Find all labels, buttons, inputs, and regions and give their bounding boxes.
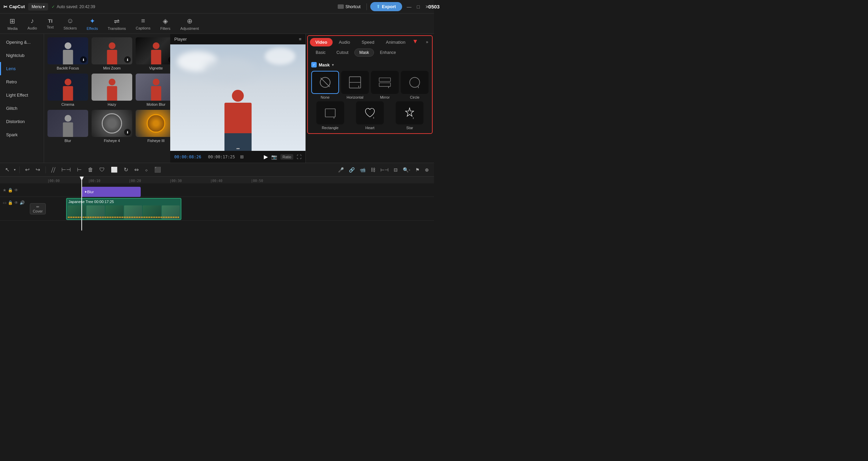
subtab-cutout[interactable]: Cutout <box>331 48 353 57</box>
more-tabs-icon[interactable]: » <box>424 38 430 46</box>
lock2-icon[interactable]: 🔒 <box>8 200 13 205</box>
effect-item-fisheye4[interactable]: ⬇ Fisheye 4 <box>92 110 132 143</box>
grid-icon[interactable]: ⊞ <box>240 154 244 159</box>
mask-item-mirror[interactable]: ⬇ Mirror <box>371 71 399 99</box>
redo-button[interactable]: ↪ <box>34 165 42 174</box>
link-button[interactable]: 🔗 <box>347 166 356 174</box>
adjustment-icon: ⊕ <box>187 17 193 25</box>
trim-right[interactable]: ⊢ <box>75 165 83 174</box>
subtab-enhance[interactable]: Enhance <box>375 48 401 57</box>
align-button[interactable]: ⊢⊣ <box>379 166 390 174</box>
effect-item-motionblur[interactable]: Motion Blur <box>136 74 170 106</box>
effect-item-fisheyeiii[interactable]: Fisheye III <box>136 110 170 143</box>
effect-item-minizoom[interactable]: ⬇ Mini Zoom <box>92 37 132 70</box>
select-tool[interactable]: ↖ <box>3 165 11 174</box>
mic-button[interactable]: 🎤 <box>336 166 346 174</box>
ratio-button[interactable]: Ratio <box>280 154 293 160</box>
effect-item-backlit[interactable]: ⬇ Backlit Focus <box>47 37 88 70</box>
toolbar-item-adjustment[interactable]: ⊕ Adjustment <box>176 15 203 32</box>
fullscreen-icon[interactable]: ⛶ <box>297 154 301 160</box>
blur-effect-clip[interactable]: ✦ Blur <box>81 187 141 197</box>
shortcut-button[interactable]: Shortcut <box>335 3 363 11</box>
tab-audio[interactable]: Audio <box>333 38 355 46</box>
crop-button[interactable]: ⬜ <box>109 165 119 174</box>
split-button[interactable]: ⧸⧸ <box>50 166 57 174</box>
lock-icon[interactable]: 🔒 <box>8 188 13 193</box>
audio-waveform <box>67 216 181 219</box>
sidebar-item-lighteffect[interactable]: Light Effect <box>0 88 44 102</box>
toolbar-item-filters[interactable]: ◈ Filters <box>156 15 175 32</box>
mask-item-none[interactable]: None <box>311 71 339 99</box>
toolbar-item-transitions[interactable]: ⇌ Transitions <box>104 15 130 32</box>
mirror-h-button[interactable]: ⇔ <box>133 165 140 174</box>
star-icon[interactable]: ★ <box>3 188 6 193</box>
link2-button[interactable]: ⛓ <box>369 166 377 174</box>
mask-item-circle[interactable]: ⬇ Circle <box>401 71 429 99</box>
tab-speed[interactable]: Speed <box>356 38 380 46</box>
circle-icon: ⬇ <box>408 76 421 89</box>
subtitle-button[interactable]: ⊟ <box>392 166 399 174</box>
video-clip[interactable]: Japanese Tree 00:00:17:25 <box>66 198 181 220</box>
eye-icon[interactable]: 👁 <box>14 188 18 193</box>
effect-thumb-fisheye4: ⬇ <box>92 110 132 137</box>
mask-checkbox[interactable]: ✓ <box>311 62 317 67</box>
camera-button[interactable]: 📹 <box>358 166 367 174</box>
sidebar-item-retro[interactable]: Retro <box>0 75 44 88</box>
video-track-icon[interactable]: ▭ <box>3 200 6 205</box>
toolbar-item-effects[interactable]: ✦ Effects <box>82 15 102 32</box>
tab-video[interactable]: Video <box>310 38 333 46</box>
sidebar-item-lens[interactable]: Lens <box>0 62 44 75</box>
effect-item-cinema[interactable]: Cinema <box>47 74 88 106</box>
right-panel: Video Audio Speed Animation ▼ » Basic Cu… <box>306 34 434 163</box>
audio-track-icon[interactable]: 🔊 <box>20 200 25 205</box>
toolbar-item-captions[interactable]: ≡ Captions <box>132 15 154 32</box>
maximize-button[interactable]: □ <box>416 4 421 9</box>
sidebar-item-glitch[interactable]: Glitch <box>0 102 44 115</box>
effect-item-hazy[interactable]: Hazy <box>92 74 132 106</box>
mask-item-horizontal[interactable]: ⬇ Horizontal <box>341 71 369 99</box>
tab-animation[interactable]: Animation <box>380 38 411 46</box>
select-arrow: ▾ <box>14 168 16 172</box>
toolbar-item-media[interactable]: ⊞ Media <box>3 15 22 32</box>
subtab-mask[interactable]: Mask <box>354 48 374 57</box>
mask-item-rectangle[interactable]: ⬇ Rectangle <box>311 101 349 130</box>
effects-sidebar: Opening &... Nightclub Lens Retro Light … <box>0 34 44 163</box>
mask-grid-row1: None ⬇ Horizontal <box>311 71 429 99</box>
cover-button[interactable]: ✏ Cover <box>30 203 46 214</box>
effect-item-blur[interactable]: Blur <box>47 110 88 143</box>
play-button[interactable]: ▶ <box>264 154 268 160</box>
toolbar-item-text[interactable]: TI Text <box>43 16 58 31</box>
eye2-icon[interactable]: 👁 <box>14 200 18 205</box>
zoom-out-button[interactable]: 🔍- <box>401 166 412 174</box>
person-silhouette <box>104 42 120 64</box>
ruler-spacer <box>0 177 47 183</box>
mirror-v-button[interactable]: ⬦ <box>143 166 150 174</box>
sidebar-item-spark[interactable]: Spark <box>0 128 44 141</box>
transform-button[interactable]: ⬛ <box>153 165 163 174</box>
sidebar-item-opening[interactable]: Opening &... <box>0 36 44 49</box>
toolbar-item-audio[interactable]: ♪ Audio <box>23 15 41 32</box>
freeze-button[interactable]: 🛡 <box>98 166 106 174</box>
mask-content: ✓ Mask ▾ None <box>308 59 432 133</box>
mask-collapse-icon[interactable]: ▾ <box>332 63 334 67</box>
toolbar-item-stickers[interactable]: ☺ Stickers <box>59 15 81 32</box>
minimize-button[interactable]: — <box>406 4 413 9</box>
sidebar-item-distortion[interactable]: Distortion <box>0 115 44 128</box>
menu-button[interactable]: Menu ▾ <box>28 3 48 11</box>
rotation-button[interactable]: ↻ <box>122 165 130 174</box>
watermark-button[interactable]: ⚑ <box>414 166 421 174</box>
effect-item-vignette[interactable]: ⬇ Vignette <box>136 37 170 70</box>
undo-button[interactable]: ↩ <box>23 165 31 174</box>
subtab-basic[interactable]: Basic <box>311 48 331 57</box>
mask-item-star[interactable]: ⬇ Star <box>391 101 429 130</box>
mask-item-heart[interactable]: ⬇ Heart <box>351 101 389 130</box>
add-track-button[interactable]: ⊕ <box>423 166 431 174</box>
export-button[interactable]: ⬆ Export <box>370 2 402 11</box>
delete-button[interactable]: 🗑 <box>86 166 95 174</box>
trim-button[interactable]: ⊢⊣ <box>60 165 73 174</box>
project-id: 0503 <box>428 4 434 9</box>
checkmark-icon: ✓ <box>52 4 55 9</box>
sidebar-item-nightclub[interactable]: Nightclub <box>0 49 44 62</box>
ruler-mark-50: |00:50 <box>251 179 263 183</box>
screenshot-icon[interactable]: 📷 <box>271 154 277 160</box>
